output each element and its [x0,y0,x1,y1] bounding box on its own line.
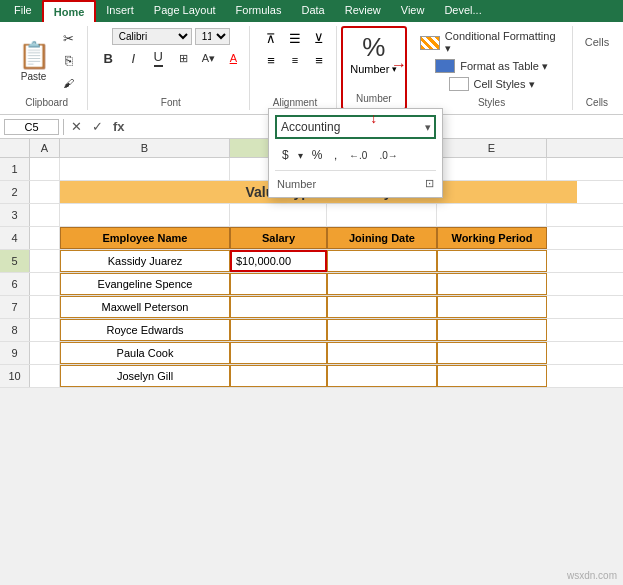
align-center-button[interactable]: ≡ [284,50,306,70]
cell-a6[interactable] [30,273,60,295]
format-table-label: Format as Table ▾ [460,60,548,73]
font-row1: Calibri 11 [112,28,230,45]
insert-function-button[interactable]: fx [110,119,128,134]
fill-color-button[interactable]: A▾ [197,48,219,68]
copy-button[interactable]: ⎘ [58,51,80,71]
tab-review[interactable]: Review [335,0,391,22]
cell-e8[interactable] [437,319,547,341]
tab-page-layout[interactable]: Page Layout [144,0,226,22]
cell-d10[interactable] [327,365,437,387]
cell-a1[interactable] [30,158,60,180]
cell-a4[interactable] [30,227,60,249]
col-header-a[interactable]: A [30,139,60,157]
row-8: 8 Royce Edwards [0,319,623,342]
row-7: 7 Maxwell Peterson [0,296,623,319]
cell-a3[interactable] [30,204,60,226]
header-spacer [0,139,30,157]
cell-b4-header[interactable]: Employee Name [60,227,230,249]
clipboard-label: Clipboard [25,93,68,108]
cell-e3[interactable] [437,204,547,226]
cell-b3[interactable] [60,204,230,226]
cell-b6[interactable]: Evangeline Spence [60,273,230,295]
tab-data[interactable]: Data [291,0,334,22]
cell-c10[interactable] [230,365,327,387]
cell-e10[interactable] [437,365,547,387]
cell-a7[interactable] [30,296,60,318]
cell-c4-header[interactable]: Salary [230,227,327,249]
cell-b7[interactable]: Maxwell Peterson [60,296,230,318]
format-as-table-item[interactable]: Format as Table ▾ [432,57,551,75]
cell-c6[interactable] [230,273,327,295]
cell-a5[interactable] [30,250,60,272]
cell-d5[interactable] [327,250,437,272]
increase-decimal-button[interactable]: .0→ [376,149,400,162]
align-bottom-button[interactable]: ⊻ [308,28,330,48]
cell-e4-header[interactable]: Working Period [437,227,547,249]
row-num-6: 6 [0,273,30,295]
cell-d7[interactable] [327,296,437,318]
cell-e6[interactable] [437,273,547,295]
cell-d9[interactable] [327,342,437,364]
cell-c3[interactable] [230,204,327,226]
border-button[interactable]: ⊞ [172,48,194,68]
cell-c9[interactable] [230,342,327,364]
cell-c5-active[interactable]: $10,000.00 [230,250,327,272]
number-format-select[interactable]: Accounting [275,115,436,139]
tab-view[interactable]: View [391,0,435,22]
cell-c8[interactable] [230,319,327,341]
cell-styles-item[interactable]: Cell Styles ▾ [446,75,538,93]
cell-b9[interactable]: Paula Cook [60,342,230,364]
confirm-formula-button[interactable]: ✓ [89,119,106,134]
paste-button[interactable]: 📋 Paste [14,38,54,84]
font-size-select[interactable]: 11 [195,28,230,45]
dropdown-select-wrapper: Accounting [275,115,436,139]
col-header-e[interactable]: E [437,139,547,157]
number-dialog-launcher[interactable]: ⊡ [425,177,434,190]
cancel-formula-button[interactable]: ✕ [68,119,85,134]
cell-c7[interactable] [230,296,327,318]
cell-d6[interactable] [327,273,437,295]
cell-reference-box[interactable]: C5 [4,119,59,135]
tab-file[interactable]: File [4,0,42,22]
cell-d3[interactable] [327,204,437,226]
align-top-button[interactable]: ⊼ [260,28,282,48]
tab-developer[interactable]: Devel... [434,0,491,22]
cell-a8[interactable] [30,319,60,341]
decrease-decimal-button[interactable]: ←.0 [346,149,370,162]
dollar-dropdown[interactable]: ▾ [298,150,303,161]
align-right-button[interactable]: ≡ [308,50,330,70]
cell-e7[interactable] [437,296,547,318]
font-color-button[interactable]: A [222,48,244,68]
tab-formulas[interactable]: Formulas [226,0,292,22]
row-num-8: 8 [0,319,30,341]
cell-a2[interactable] [30,181,60,203]
cell-b5[interactable]: Kassidy Juarez [60,250,230,272]
font-family-select[interactable]: Calibri [112,28,192,45]
italic-button[interactable]: I [122,48,144,68]
format-painter-button[interactable]: 🖌 [58,73,80,93]
cell-b8[interactable]: Royce Edwards [60,319,230,341]
cell-b1[interactable] [60,158,230,180]
comma-button[interactable]: ‚ [331,147,340,163]
percent-button[interactable]: % [309,147,326,163]
cell-d8[interactable] [327,319,437,341]
conditional-formatting-item[interactable]: Conditional Formatting ▾ [417,28,566,57]
dollar-sign-button[interactable]: $ [279,147,292,163]
bold-button[interactable]: B [97,48,119,68]
cell-e9[interactable] [437,342,547,364]
align-left-button[interactable]: ≡ [260,50,282,70]
underline-button[interactable]: U [147,48,169,68]
cell-e1[interactable] [437,158,547,180]
cell-b10[interactable]: Joselyn Gill [60,365,230,387]
align-middle-button[interactable]: ☰ [284,28,306,48]
cut-button[interactable]: ✂ [58,29,80,49]
clipboard-buttons: 📋 Paste ✂ ⎘ 🖌 [14,28,80,93]
cell-d4-header[interactable]: Joining Date [327,227,437,249]
col-header-b[interactable]: B [60,139,230,157]
cell-a9[interactable] [30,342,60,364]
alignment-label: Alignment [273,93,317,108]
cell-a10[interactable] [30,365,60,387]
cell-e5[interactable] [437,250,547,272]
tab-insert[interactable]: Insert [96,0,144,22]
tab-home[interactable]: Home [42,0,97,22]
